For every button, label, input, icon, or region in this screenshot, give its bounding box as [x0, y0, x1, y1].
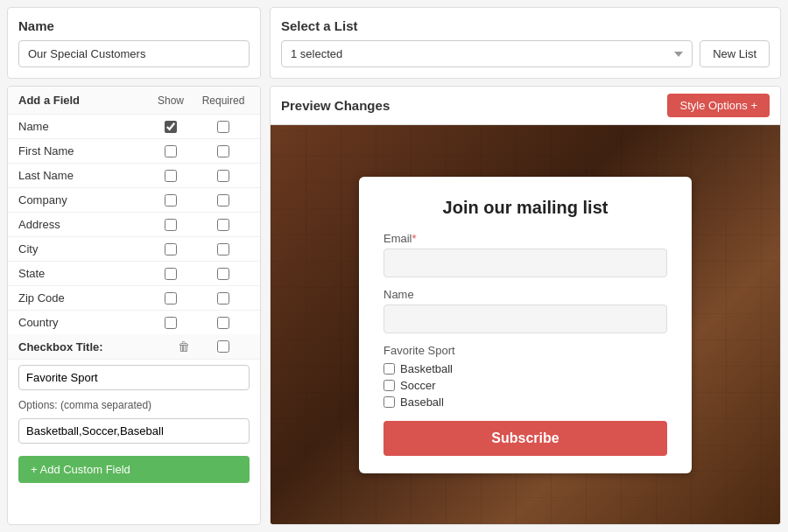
required-checkbox-country[interactable] — [217, 317, 229, 329]
required-checkbox-first_name[interactable] — [217, 145, 229, 158]
options-input[interactable] — [18, 418, 250, 444]
checkbox-title-required-checkbox[interactable] — [217, 340, 229, 353]
add-custom-field-button[interactable]: + Add Custom Field — [18, 456, 250, 483]
form-heading: Join our mailing list — [383, 198, 667, 218]
field-row-state: State — [8, 262, 260, 286]
sport-option-baseball: Baseball — [383, 396, 667, 409]
left-panel: Name Add a Field Show Required Name Firs… — [7, 7, 261, 525]
field-row-name: Name — [8, 115, 260, 139]
sport-option-label: Baseball — [400, 396, 444, 409]
required-checkbox-zip_code[interactable] — [217, 292, 229, 304]
delete-checkbox-icon[interactable]: 🗑 — [178, 340, 190, 354]
name-label: Name — [383, 288, 667, 301]
required-checkbox-company[interactable] — [217, 194, 229, 206]
field-label-country: Country — [18, 316, 144, 329]
show-checkbox-last_name[interactable] — [165, 170, 177, 182]
field-row-first_name: First Name — [8, 139, 260, 164]
sport-option-label: Basketball — [400, 362, 453, 375]
field-row-country: Country — [8, 311, 260, 334]
show-checkbox-first_name[interactable] — [165, 145, 177, 158]
field-label-state: State — [18, 267, 144, 280]
required-checkbox-address[interactable] — [217, 219, 229, 231]
show-col-header: Show — [144, 94, 197, 107]
sport-options-container: BasketballSoccerBaseball — [383, 362, 667, 409]
field-row-city: City — [8, 237, 260, 262]
field-label-zip_code: Zip Code — [18, 291, 144, 304]
preview-title: Preview Changes — [281, 98, 390, 113]
new-list-button[interactable]: New List — [700, 40, 770, 67]
field-row-zip_code: Zip Code — [8, 286, 260, 311]
show-checkbox-name[interactable] — [165, 121, 177, 133]
sport-checkbox-baseball[interactable] — [383, 396, 395, 408]
options-label: Options: (comma separated) — [18, 399, 250, 411]
required-col-header: Required — [197, 94, 250, 107]
field-row-company: Company — [8, 188, 260, 213]
field-label-address: Address — [18, 218, 144, 231]
show-checkbox-state[interactable] — [165, 268, 177, 280]
sport-option-basketball: Basketball — [383, 362, 667, 375]
preview-section: Preview Changes Style Options + Join our… — [270, 86, 781, 525]
field-row-address: Address — [8, 213, 260, 237]
checkbox-title-row: Checkbox Title: 🗑 — [8, 334, 260, 360]
segment-name-input[interactable] — [18, 40, 250, 67]
show-checkbox-address[interactable] — [165, 219, 177, 231]
field-label-last_name: Last Name — [18, 169, 144, 182]
field-label-first_name: First Name — [18, 144, 144, 158]
fields-header: Add a Field Show Required — [8, 87, 260, 115]
fields-section: Add a Field Show Required Name First Nam… — [7, 86, 261, 525]
show-checkbox-company[interactable] — [165, 194, 177, 206]
email-input[interactable] — [383, 248, 667, 277]
show-checkbox-city[interactable] — [165, 243, 177, 256]
required-checkbox-state[interactable] — [217, 268, 229, 280]
required-checkbox-last_name[interactable] — [217, 170, 229, 182]
subscribe-button[interactable]: Subscribe — [383, 421, 667, 456]
field-label-city: City — [18, 242, 144, 256]
preview-header: Preview Changes Style Options + — [271, 87, 780, 125]
name-section-title: Name — [18, 18, 250, 33]
select-list-row: 1 selected New List — [281, 40, 770, 67]
list-dropdown[interactable]: 1 selected — [281, 40, 693, 67]
field-rows-container: Name First Name Last Name Company Ad — [8, 115, 260, 334]
checkbox-title-label: Checkbox Title: — [18, 340, 178, 354]
name-input[interactable] — [383, 304, 667, 333]
field-row-last_name: Last Name — [8, 164, 260, 188]
sport-label: Favorite Sport — [383, 344, 667, 357]
email-label: Email* — [383, 232, 667, 245]
add-a-field-title: Add a Field — [18, 94, 144, 107]
checkbox-title-input[interactable] — [18, 365, 250, 390]
required-checkbox-city[interactable] — [217, 243, 229, 256]
show-checkbox-country[interactable] — [165, 317, 177, 329]
style-options-button[interactable]: Style Options + — [667, 94, 770, 117]
sport-option-soccer: Soccer — [383, 379, 667, 392]
field-label-company: Company — [18, 193, 144, 206]
preview-canvas: Join our mailing list Email* Name Favori… — [271, 125, 780, 524]
select-list-section: Select a List 1 selected New List — [270, 7, 781, 79]
form-card: Join our mailing list Email* Name Favori… — [359, 177, 692, 473]
field-label-name: Name — [18, 120, 144, 133]
select-list-title: Select a List — [281, 18, 770, 33]
show-checkbox-zip_code[interactable] — [165, 292, 177, 304]
required-checkbox-name[interactable] — [217, 121, 229, 133]
required-star: * — [412, 232, 417, 245]
name-section: Name — [7, 7, 261, 79]
sport-checkbox-basketball[interactable] — [383, 363, 395, 374]
right-panel: Select a List 1 selected New List Previe… — [270, 7, 781, 525]
sport-checkbox-soccer[interactable] — [383, 380, 395, 391]
sport-option-label: Soccer — [400, 379, 435, 392]
